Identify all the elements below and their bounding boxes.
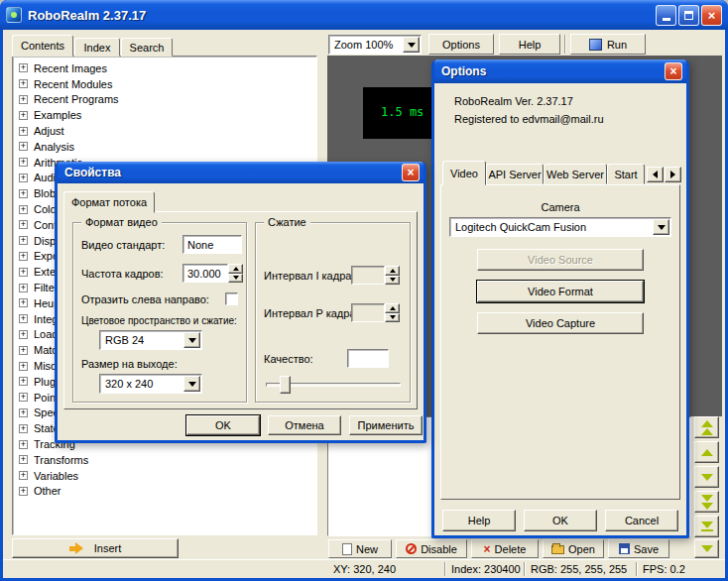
tree-item[interactable]: + Variables [13, 468, 316, 484]
camera-combo[interactable]: Logitech QuickCam Fusion [449, 217, 671, 237]
options-help-button[interactable]: Help [442, 510, 516, 531]
expand-plus-icon[interactable]: + [19, 95, 28, 104]
i-frame-spinner[interactable] [385, 266, 400, 285]
properties-apply-button[interactable]: Применить [349, 415, 423, 435]
spin-up-icon[interactable] [228, 264, 243, 274]
tree-item[interactable]: + Transforms [13, 452, 316, 468]
tree-item[interactable]: + Other [13, 484, 316, 500]
expand-plus-icon[interactable]: + [19, 174, 28, 182]
expand-plus-icon[interactable]: + [19, 252, 28, 261]
expand-plus-icon[interactable]: + [19, 424, 28, 433]
tab-video[interactable]: Video [442, 161, 486, 185]
tab-scroll-right-button[interactable] [665, 167, 681, 182]
expand-plus-icon[interactable]: + [19, 362, 28, 371]
expand-plus-icon[interactable]: + [19, 284, 28, 292]
expand-plus-icon[interactable]: + [19, 79, 28, 88]
tab-web-server[interactable]: Web Server [544, 164, 607, 184]
open-button[interactable]: Open [543, 539, 604, 558]
tab-scroll-left-button[interactable] [647, 167, 664, 182]
properties-close-button[interactable]: × [402, 164, 420, 181]
p-frame-spinner[interactable] [385, 303, 400, 322]
tab-start[interactable]: Start [607, 164, 645, 184]
expand-plus-icon[interactable]: + [19, 377, 28, 386]
options-ok-button[interactable]: OK [524, 510, 597, 531]
help-button[interactable]: Help [499, 34, 560, 55]
tab-api-server[interactable]: API Server [486, 164, 544, 184]
disable-button[interactable]: Disable [396, 539, 467, 558]
options-close-button[interactable]: × [665, 62, 682, 80]
tree-item[interactable]: + Recent Images [13, 60, 316, 76]
spin-up-icon[interactable] [385, 303, 400, 313]
colorspace-dropdown-icon[interactable] [183, 332, 200, 348]
video-standard-field[interactable]: None [182, 235, 242, 254]
tab-contents[interactable]: Contents [12, 35, 73, 57]
expand-plus-icon[interactable]: + [19, 455, 28, 464]
colorspace-combo[interactable]: RGB 24 [99, 330, 202, 350]
move-bottom-button[interactable] [694, 491, 719, 513]
expand-plus-icon[interactable]: + [19, 408, 28, 417]
expand-plus-icon[interactable]: + [19, 268, 28, 277]
frame-rate-spinner[interactable] [228, 264, 243, 283]
tab-search[interactable]: Search [121, 38, 173, 57]
video-format-button[interactable]: Video Format [477, 281, 644, 302]
spin-up-icon[interactable] [385, 266, 400, 276]
insert-button[interactable]: Insert [12, 538, 179, 558]
i-frame-field[interactable] [351, 266, 385, 285]
output-size-dropdown-icon[interactable] [183, 376, 200, 392]
expand-plus-icon[interactable]: + [19, 487, 28, 496]
tree-item[interactable]: + Analysis [13, 139, 316, 155]
expand-plus-icon[interactable]: + [19, 346, 28, 355]
move-top-button[interactable] [694, 416, 719, 438]
expand-plus-icon[interactable]: + [19, 393, 28, 402]
tree-item[interactable]: + Examples [13, 107, 316, 123]
run-button[interactable]: Run [570, 34, 646, 55]
expand-plus-icon[interactable]: + [19, 330, 28, 339]
expand-plus-icon[interactable]: + [19, 298, 28, 307]
move-up-button[interactable] [694, 441, 719, 463]
expand-plus-icon[interactable]: + [19, 127, 28, 136]
properties-cancel-button[interactable]: Отмена [268, 415, 341, 435]
expand-plus-icon[interactable]: + [19, 189, 28, 198]
expand-plus-icon[interactable]: + [19, 205, 28, 214]
flip-checkbox[interactable] [225, 292, 238, 305]
quality-slider-thumb[interactable] [280, 376, 291, 394]
spin-down-icon[interactable] [385, 313, 400, 323]
expand-plus-icon[interactable]: + [19, 63, 28, 72]
spin-down-icon[interactable] [385, 276, 400, 286]
expand-plus-icon[interactable]: + [19, 220, 28, 229]
move-down-button[interactable] [694, 466, 719, 488]
spin-down-icon[interactable] [228, 274, 243, 284]
output-size-combo[interactable]: 320 x 240 [99, 374, 202, 394]
minimize-button[interactable] [656, 5, 676, 26]
tree-item[interactable]: + Recent Programs [13, 92, 316, 108]
tab-stream-format[interactable]: Формат потока [63, 191, 155, 213]
expand-plus-icon[interactable]: + [19, 142, 28, 151]
close-button[interactable]: × [701, 5, 722, 26]
p-frame-field[interactable] [351, 303, 385, 322]
options-button[interactable]: Options [428, 34, 494, 55]
expand-plus-icon[interactable]: + [19, 236, 28, 245]
properties-ok-button[interactable]: OK [186, 415, 260, 435]
tree-item[interactable]: + Recent Modules [13, 76, 316, 92]
zoom-dropdown-icon[interactable] [403, 37, 420, 53]
scroll-end-button[interactable] [694, 516, 719, 537]
video-source-button[interactable]: Video Source [477, 249, 644, 271]
expand-plus-icon[interactable]: + [19, 471, 28, 480]
new-button[interactable]: New [328, 539, 392, 558]
save-button[interactable]: Save [608, 539, 669, 558]
zoom-combo[interactable]: Zoom 100% [328, 35, 422, 55]
expand-plus-icon[interactable]: + [19, 158, 28, 167]
frame-rate-field[interactable]: 30.000 [182, 264, 228, 283]
options-cancel-button[interactable]: Cancel [605, 510, 678, 531]
delete-button[interactable]: × Delete [471, 539, 539, 558]
expand-plus-icon[interactable]: + [19, 440, 28, 449]
expand-plus-icon[interactable]: + [19, 111, 28, 120]
camera-dropdown-icon[interactable] [653, 219, 669, 235]
scroll-bottom-button[interactable] [694, 539, 719, 558]
expand-plus-icon[interactable]: + [19, 314, 28, 323]
quality-field[interactable] [347, 349, 389, 368]
tab-index[interactable]: Index [74, 38, 120, 57]
maximize-button[interactable] [678, 5, 699, 26]
video-capture-button[interactable]: Video Capture [477, 312, 644, 334]
tree-item[interactable]: + Adjust [13, 123, 316, 139]
